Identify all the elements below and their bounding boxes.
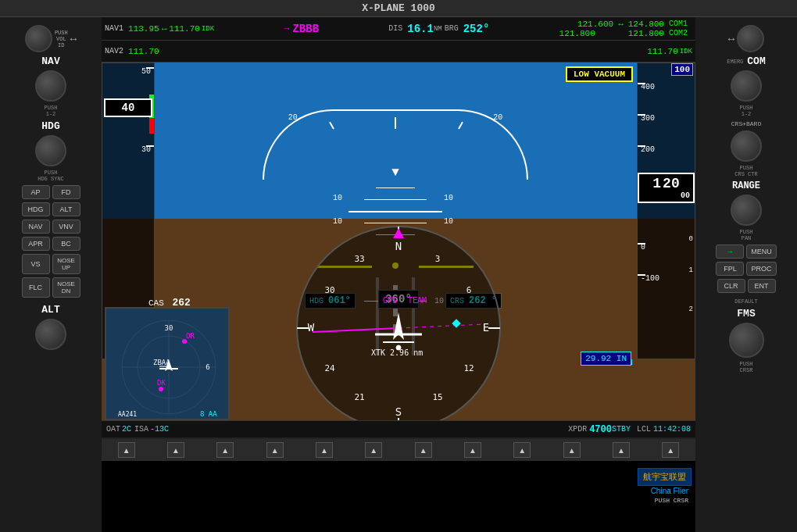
arrow-btn-10[interactable]: ▲ xyxy=(563,442,581,458)
svg-text:15: 15 xyxy=(432,392,442,402)
menu-button[interactable]: MENU xyxy=(746,245,777,259)
nav2-active-freq: 111.70 xyxy=(128,47,159,56)
proc-button[interactable]: PROC xyxy=(746,262,776,276)
arrow-btn-11[interactable]: ▲ xyxy=(613,442,630,458)
nose-dn-button[interactable]: NOSEDN xyxy=(52,277,80,298)
arrow-btn-7[interactable]: ▲ xyxy=(415,442,432,458)
isa-label: ISA xyxy=(134,425,148,434)
push-crs-ctr-label: PUSHCRS CTR xyxy=(734,165,757,177)
nav1-arrow: ↔ xyxy=(162,24,167,34)
hdg-button[interactable]: HDG xyxy=(22,202,50,216)
apr-button[interactable]: APR xyxy=(22,237,50,251)
nav-inner-knob[interactable] xyxy=(35,70,66,102)
nav1-id: IDK xyxy=(202,25,214,33)
svg-text:E: E xyxy=(483,321,489,334)
alt-tick-0 xyxy=(638,243,645,245)
fms-outer-knob[interactable] xyxy=(729,323,764,358)
emerg-label: EMERG xyxy=(727,59,743,65)
svg-text:TEAM: TEAM xyxy=(408,296,427,305)
arrow-btn-4[interactable]: ▲ xyxy=(266,442,284,458)
alt-button[interactable]: ALT xyxy=(52,202,80,216)
alt-tick-300 xyxy=(638,114,645,116)
lcl-label: LCL xyxy=(637,425,651,434)
bc-button[interactable]: BC xyxy=(52,237,80,251)
svg-text:DK: DK xyxy=(157,379,166,387)
xpdr-value: 4700 xyxy=(589,424,612,435)
nav-bar2: NAV2 111.70 111.70 IDK xyxy=(102,41,695,62)
left-panel: PUSHVOLID ↔ NAV PUSH1-2 HDG PUSHHDG SYNC… xyxy=(0,17,102,532)
nav1-label: NAV1 xyxy=(105,24,128,33)
nose-up-button[interactable]: NOSEUP xyxy=(52,254,80,274)
alt-tick-neg100 xyxy=(638,274,645,276)
svg-text:30: 30 xyxy=(165,324,173,332)
alt-knob[interactable] xyxy=(35,319,66,350)
watermark-cn: 航宇宝联盟 xyxy=(643,471,686,483)
current-alt-small: 20 xyxy=(663,176,680,191)
ap-button[interactable]: AP xyxy=(22,185,50,199)
app-title: X-PLANE 1000 xyxy=(362,2,435,14)
pitch-10-label: 10 xyxy=(333,194,342,202)
fpl-proc-row: FPL PROC xyxy=(716,262,776,276)
vnv-button[interactable]: VNV xyxy=(52,220,80,234)
low-vacuum-warning: LOW VACUUM xyxy=(566,66,633,82)
hsi-compass: N S E W 3 6 12 15 21 xyxy=(289,219,508,437)
svg-text:S: S xyxy=(395,405,402,418)
right-panel: ↔ EMERG COM PUSH1-2 CRS✈BARO PUSHCRS CTR… xyxy=(695,17,797,532)
direct-button[interactable]: → xyxy=(716,245,744,259)
range-label: RANGE xyxy=(732,180,760,191)
com-vol-knob[interactable] xyxy=(737,25,764,52)
arrow-btn-12[interactable]: ▲ xyxy=(662,442,679,458)
pitch-20-top xyxy=(376,187,415,188)
push-1-2-label: PUSH1-2 xyxy=(45,105,58,117)
arrow-btn-8[interactable]: ▲ xyxy=(464,442,481,458)
alt-right-0: 0 xyxy=(689,235,693,243)
pitch-10-label-r: 10 xyxy=(444,194,453,202)
push-1-2-right-label: PUSH1-2 xyxy=(740,105,753,117)
watermark: 航宇宝联盟 China Flier PUSH CRSR xyxy=(638,468,692,505)
com-inner-knob[interactable] xyxy=(731,70,762,102)
hdg-knob[interactable] xyxy=(35,135,66,166)
speed-tick-50 xyxy=(146,67,154,69)
svg-text:12: 12 xyxy=(463,363,474,373)
push-crsr-label: PUSHCRSR xyxy=(740,361,753,373)
svg-text:3: 3 xyxy=(435,254,441,264)
nav-button[interactable]: NAV xyxy=(22,220,50,234)
vs-noseup-row: VS NOSEUP xyxy=(22,254,80,274)
xpdr-label: XPDR xyxy=(568,425,587,434)
vs-button[interactable]: VS xyxy=(22,254,50,274)
range-knob[interactable] xyxy=(731,195,762,226)
arrow-btn-5[interactable]: ▲ xyxy=(316,442,333,458)
crs-baro-label: CRS✈BARO xyxy=(731,120,761,127)
svg-text:6: 6 xyxy=(466,285,472,295)
current-speed-value: 40 xyxy=(122,102,135,114)
gps-dest: ZBBB xyxy=(292,23,319,35)
arrow-btn-3[interactable]: ▲ xyxy=(216,442,234,458)
current-speed-box: 40 xyxy=(104,98,152,117)
speed-tick-30 xyxy=(146,145,154,147)
alt-main-label: ALT xyxy=(41,304,59,316)
aircraft-symbol: ▼ xyxy=(391,166,399,180)
title-bar: X-PLANE 1000 xyxy=(0,0,797,17)
nav-vol-knob[interactable] xyxy=(25,25,52,52)
arrow-btn-1[interactable]: ▲ xyxy=(118,442,135,458)
fd-button[interactable]: FD xyxy=(52,185,80,199)
arrow-btn-6[interactable]: ▲ xyxy=(365,442,382,458)
ent-button[interactable]: ENT xyxy=(748,279,776,293)
clr-ent-row: CLR ENT xyxy=(717,279,776,293)
svg-text:33: 33 xyxy=(354,254,364,264)
clr-button[interactable]: CLR xyxy=(717,279,745,293)
current-alt-box: 1 20 00 xyxy=(638,173,695,203)
fms-label: FMS xyxy=(737,308,755,320)
oat-label: OAT xyxy=(106,425,120,434)
nav-bar: NAV1 113.95 ↔ 111.70 IDK → ZBBB DIS 16.1… xyxy=(102,17,695,41)
flc-button[interactable]: FLC xyxy=(22,277,50,298)
arrow-btn-2[interactable]: ▲ xyxy=(167,442,184,458)
arrow-btn-9[interactable]: ▲ xyxy=(513,442,531,458)
baro-box: 29.92 IN xyxy=(581,352,631,366)
crs-baro-knob[interactable] xyxy=(731,130,762,162)
fpl-button[interactable]: FPL xyxy=(716,262,744,276)
roll-center-mark xyxy=(395,117,396,129)
com2-active: 121.800 xyxy=(559,29,595,38)
alt-right-2-bot: 2 xyxy=(689,305,693,313)
svg-text:6: 6 xyxy=(206,363,209,371)
